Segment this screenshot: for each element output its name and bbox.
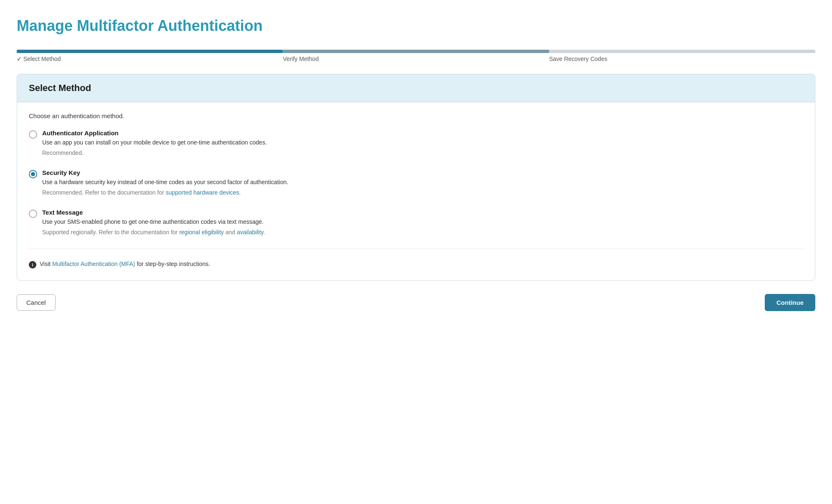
footer-actions: Cancel Continue (17, 294, 815, 311)
step-select-method-bar (17, 50, 283, 53)
progress-steps: ✓ Select Method Verify Method Save Recov… (17, 50, 815, 62)
step-save-recovery: Save Recovery Codes (549, 50, 815, 62)
mfa-link[interactable]: Multifactor Authentication (MFA) (52, 261, 135, 267)
step-save-recovery-bar (549, 50, 815, 53)
authenticator-app-description: Use an app you can install on your mobil… (42, 138, 803, 147)
checkmark-icon: ✓ (17, 56, 22, 62)
step-verify-method-bar (283, 50, 549, 53)
text-message-title: Text Message (42, 209, 803, 216)
cancel-button[interactable]: Cancel (17, 294, 56, 311)
authenticator-app-content: Authenticator Application Use an app you… (42, 129, 803, 157)
page-title: Manage Multifactor Authentication (17, 17, 815, 35)
text-message-description: Use your SMS-enabled phone to get one-ti… (42, 218, 803, 226)
radio-security-key-inner (31, 172, 35, 176)
radio-security-key[interactable] (29, 170, 37, 178)
security-key-content: Security Key Use a hardware security key… (42, 169, 803, 197)
step-save-recovery-label: Save Recovery Codes (549, 56, 815, 62)
text-message-note: Supported regionally. Refer to the docum… (42, 228, 803, 237)
security-key-title: Security Key (42, 169, 803, 176)
step-verify-method-label: Verify Method (283, 56, 549, 62)
authenticator-app-note: Recommended. (42, 149, 803, 157)
text-message-content: Text Message Use your SMS-enabled phone … (42, 209, 803, 237)
option-text-message[interactable]: Text Message Use your SMS-enabled phone … (29, 209, 803, 237)
availability-link[interactable]: availability (237, 229, 264, 236)
radio-authenticator-app[interactable] (29, 130, 37, 139)
step-select-method-label: ✓ Select Method (17, 56, 283, 62)
radio-text-message[interactable] (29, 210, 37, 218)
select-method-card: Select Method Choose an authentication m… (17, 74, 815, 281)
security-key-note: Recommended. Refer to the documentation … (42, 188, 803, 197)
regional-eligibility-link[interactable]: regional eligibility (179, 229, 224, 236)
step-select-method: ✓ Select Method (17, 50, 283, 62)
card-header: Select Method (17, 74, 815, 102)
choose-authentication-text: Choose an authentication method. (29, 112, 803, 119)
step-verify-method: Verify Method (283, 50, 549, 62)
option-authenticator-app[interactable]: Authenticator Application Use an app you… (29, 129, 803, 157)
info-icon: i (29, 261, 36, 268)
security-key-description: Use a hardware security key instead of o… (42, 178, 803, 187)
supported-hardware-devices-link[interactable]: supported hardware devices (166, 189, 239, 196)
info-note: i Visit Multifactor Authentication (MFA)… (29, 259, 803, 268)
divider (29, 248, 803, 249)
card-title: Select Method (29, 83, 803, 94)
continue-button[interactable]: Continue (765, 294, 815, 311)
option-security-key[interactable]: Security Key Use a hardware security key… (29, 169, 803, 197)
authenticator-app-title: Authenticator Application (42, 129, 803, 137)
card-body: Choose an authentication method. Authent… (17, 102, 815, 280)
